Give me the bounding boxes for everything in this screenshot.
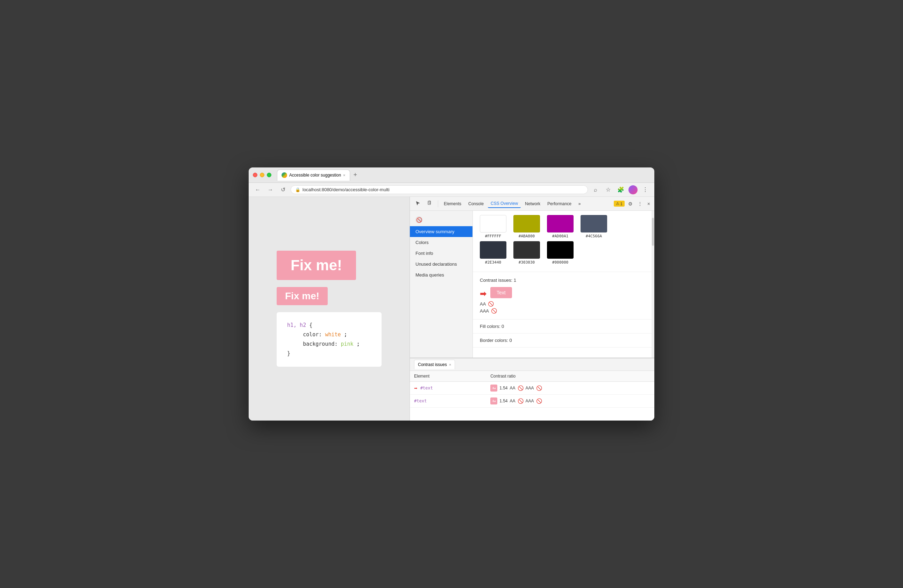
toolbar-icons: ⌕ ☆ 🧩 ⋮ bbox=[591, 185, 650, 195]
code-selector: h1, h2 bbox=[287, 322, 306, 328]
devtools-close-button[interactable]: × bbox=[646, 200, 651, 207]
color-swatch-303030: #303030 bbox=[513, 241, 540, 265]
zoom-button[interactable]: ⌕ bbox=[591, 185, 601, 195]
fix-me-large-element: Fix me! bbox=[277, 251, 356, 280]
contrast-issues-table: Element Contrast ratio ➡ #text bbox=[410, 371, 654, 407]
webpage-viewport: Fix me! Fix me! h1, h2 { color: white ; bbox=[249, 197, 409, 421]
swatch-2e3440[interactable] bbox=[480, 241, 507, 259]
contrast-issues-tab[interactable]: Contrast issues × bbox=[414, 360, 455, 369]
reload-button[interactable]: ↺ bbox=[278, 185, 288, 195]
swatch-aba800[interactable] bbox=[513, 215, 540, 233]
devtools-settings-button[interactable]: ⚙ bbox=[627, 200, 634, 207]
tab-network[interactable]: Network bbox=[522, 200, 543, 208]
webpage-content: Fix me! Fix me! h1, h2 { color: white ; bbox=[277, 251, 382, 367]
chrome-menu-button[interactable]: ⋮ bbox=[640, 185, 650, 195]
sidebar-item-font-info[interactable]: Font info bbox=[410, 248, 472, 259]
table-row[interactable]: #text Aa 1.54 AA 🚫 AAA 🚫 bbox=[410, 395, 654, 407]
url-bar[interactable]: 🔒 localhost:8080/demo/accessible-color-m… bbox=[291, 185, 588, 194]
sidebar-item-overview[interactable]: Overview summary bbox=[410, 226, 472, 237]
table-row[interactable]: ➡ #text Aa 1.54 AA 🚫 AAA bbox=[410, 382, 654, 395]
bottom-panel-tabs: Contrast issues × bbox=[410, 358, 654, 371]
color-swatches-section: #FFFFFF #ABA800 #AD00A1 bbox=[473, 211, 654, 272]
extension-button[interactable]: 🧩 bbox=[616, 185, 626, 195]
tab-console[interactable]: Console bbox=[466, 200, 486, 208]
color-swatch-2e3440: #2E3440 bbox=[480, 241, 507, 265]
maximize-window-button[interactable] bbox=[267, 173, 271, 177]
color-swatch-ad00a1: #AD00A1 bbox=[547, 215, 574, 238]
aa-preview-icon-1: Aa bbox=[490, 385, 497, 391]
fill-colors-section: Fill colors: 0 bbox=[473, 319, 654, 333]
devtools-right-actions: ⚠ 1 ⚙ ⋮ × bbox=[614, 200, 651, 207]
column-contrast-ratio: Contrast ratio bbox=[486, 371, 654, 382]
tab-elements[interactable]: Elements bbox=[441, 200, 464, 208]
sidebar-item-media-queries[interactable]: Media queries bbox=[410, 269, 472, 280]
fix-me-large-text: Fix me! bbox=[291, 257, 342, 274]
swatch-ad00a1[interactable] bbox=[547, 215, 574, 233]
forward-button[interactable]: → bbox=[266, 185, 275, 195]
element-cell-1: ➡ #text bbox=[410, 382, 486, 395]
sidebar-item-colors[interactable]: Colors bbox=[410, 237, 472, 248]
hex-4c566a: #4C566A bbox=[586, 234, 602, 238]
new-tab-button[interactable]: + bbox=[351, 171, 360, 179]
devtools-panel: Elements Console CSS Overview Network Pe… bbox=[409, 197, 654, 421]
devtools-more-button[interactable]: ⋮ bbox=[636, 200, 644, 207]
table-header-row: Element Contrast ratio bbox=[410, 371, 654, 382]
sidebar-item-unused-declarations[interactable]: Unused declarations bbox=[410, 259, 472, 269]
bookmark-button[interactable]: ☆ bbox=[603, 185, 613, 195]
hex-aba800: #ABA800 bbox=[519, 234, 535, 238]
profile-avatar[interactable] bbox=[628, 185, 637, 194]
ratio-cell-1: Aa 1.54 AA 🚫 AAA 🚫 bbox=[486, 382, 654, 395]
contrast-issues-tab-label: Contrast issues bbox=[418, 362, 447, 367]
fill-colors-label: Fill colors: 0 bbox=[480, 324, 504, 329]
aa-label: AA bbox=[480, 301, 486, 307]
swatch-ffffff[interactable] bbox=[480, 215, 507, 233]
tab-performance[interactable]: Performance bbox=[544, 200, 574, 208]
css-overview-sidebar: 🚫 Overview summary Colors Font info Unus… bbox=[410, 211, 473, 358]
contrast-issues-tab-close[interactable]: × bbox=[449, 363, 451, 367]
scrollbar[interactable] bbox=[651, 211, 654, 358]
devtools-device-tool[interactable] bbox=[425, 199, 435, 208]
address-bar: ← → ↺ 🔒 localhost:8080/demo/accessible-c… bbox=[249, 183, 654, 197]
border-colors-section: Border colors: 0 bbox=[473, 333, 654, 347]
warning-count: 1 bbox=[620, 202, 623, 206]
back-button[interactable]: ← bbox=[253, 185, 263, 195]
contrast-text-preview[interactable]: Text bbox=[490, 287, 512, 298]
ratio-content-2: Aa 1.54 AA 🚫 AAA 🚫 bbox=[490, 398, 650, 404]
swatch-4c566a[interactable] bbox=[580, 215, 607, 233]
code-line-3: background: pink ; bbox=[287, 340, 371, 349]
aaa-label: AAA bbox=[480, 308, 489, 314]
title-bar: Accessible color suggestion × + bbox=[249, 167, 654, 183]
tab-favicon bbox=[282, 172, 287, 178]
aa-no-icon: 🚫 bbox=[488, 301, 494, 307]
aaa-no-icon: 🚫 bbox=[491, 308, 497, 314]
code-line-1: h1, h2 { bbox=[287, 321, 371, 330]
devtools-body: 🚫 Overview summary Colors Font info Unus… bbox=[410, 211, 654, 358]
scrollbar-thumb[interactable] bbox=[652, 218, 654, 246]
swatch-303030[interactable] bbox=[513, 241, 540, 259]
active-tab[interactable]: Accessible color suggestion × bbox=[277, 170, 350, 181]
close-window-button[interactable] bbox=[253, 173, 257, 177]
color-row-bottom: #2E3440 #303030 #000000 bbox=[480, 241, 647, 265]
aa-preview-icon-2: Aa bbox=[490, 398, 497, 404]
tab-css-overview[interactable]: CSS Overview bbox=[488, 200, 521, 208]
swatch-000000[interactable] bbox=[547, 241, 574, 259]
aa-badge: AA 🚫 bbox=[480, 301, 647, 307]
ratio-value-2: 1.54 bbox=[499, 399, 507, 403]
aa-no-2: 🚫 bbox=[518, 398, 524, 404]
code-line-4: } bbox=[287, 349, 371, 358]
contrast-arrow-row: ➡ Text bbox=[480, 287, 647, 301]
contrast-issues-bottom-panel: Contrast issues × Element Contrast ratio bbox=[410, 358, 654, 421]
code-value-white: white bbox=[325, 332, 341, 338]
tab-close-button[interactable]: × bbox=[343, 173, 345, 177]
warning-icon: ⚠ bbox=[616, 201, 619, 206]
contrast-badges: AA 🚫 AAA 🚫 bbox=[480, 301, 647, 314]
code-property-color: color: bbox=[303, 332, 325, 338]
tab-more[interactable]: » bbox=[576, 200, 584, 208]
devtools-cursor-tool[interactable] bbox=[413, 199, 423, 208]
hex-ffffff: #FFFFFF bbox=[485, 234, 501, 238]
element-text-2: #text bbox=[414, 399, 427, 403]
aaa-badge: AAA 🚫 bbox=[480, 308, 647, 314]
code-line-2: color: white ; bbox=[287, 330, 371, 340]
color-swatch-aba800: #ABA800 bbox=[513, 215, 540, 238]
minimize-window-button[interactable] bbox=[260, 173, 264, 177]
